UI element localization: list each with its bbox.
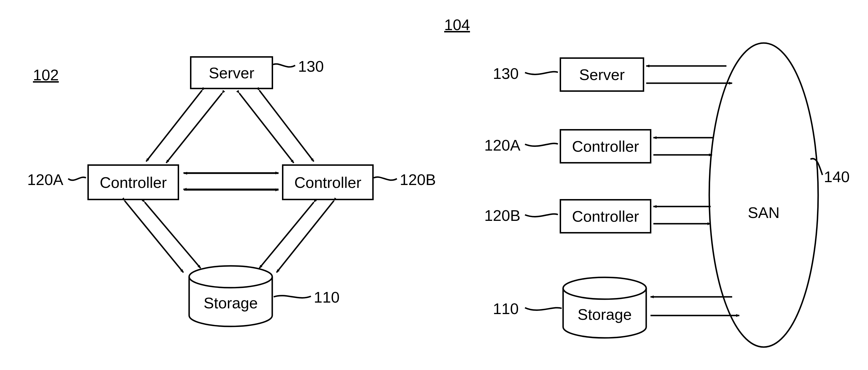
left-controllerA-ref: 120A	[27, 171, 63, 189]
leader-right-server	[525, 72, 558, 75]
leader-right-ctrlA	[525, 143, 558, 146]
right-storage-text: Storage	[578, 306, 631, 323]
svg-point-1	[563, 277, 646, 299]
right-controllerA-ref: 120A	[484, 136, 520, 154]
right-storage-cylinder: Storage	[563, 277, 646, 338]
leader-right-ctrlB	[525, 214, 558, 217]
arrow-server-ctrlB-1	[259, 90, 314, 162]
right-san-ref: 140	[824, 168, 850, 186]
left-server-ref: 130	[298, 57, 324, 75]
svg-point-0	[189, 266, 272, 288]
right-server-ref: 130	[493, 64, 519, 82]
right-controllerB-label: Controller	[572, 207, 639, 225]
right-server-box: Server	[560, 57, 644, 92]
left-server-label: Server	[209, 64, 254, 82]
leader-left-ctrlB	[374, 177, 397, 180]
left-storage-text: Storage	[204, 294, 258, 312]
arrow-ctrlB-storage-1	[259, 202, 314, 268]
right-controllerA-label: Controller	[572, 137, 639, 155]
svg-point-2	[709, 43, 818, 347]
arrow-ctrlA-storage-2	[125, 201, 183, 273]
left-controllerA-box: Controller	[87, 164, 179, 200]
left-controllerB-ref: 120B	[400, 171, 436, 189]
left-controllerB-label: Controller	[294, 173, 361, 191]
right-controllerB-box: Controller	[560, 199, 651, 233]
arrow-ctrlB-storage-2	[277, 201, 334, 273]
san-ellipse: SAN	[709, 43, 818, 347]
left-controllerA-label: Controller	[100, 173, 167, 191]
right-storage-ref: 110	[493, 300, 519, 317]
ref-102: 102	[33, 66, 59, 84]
left-controllerB-box: Controller	[282, 164, 374, 200]
arrow-server-ctrlB-2	[239, 93, 294, 163]
diagram-canvas: 102 104 Server 130 Controller 120A Contr…	[0, 0, 868, 370]
arrow-server-ctrlA-1	[146, 90, 202, 162]
left-storage-cylinder: Storage	[189, 266, 272, 326]
arrow-ctrlA-storage-1	[145, 202, 200, 268]
leader-right-san	[810, 159, 823, 175]
leader-left-storage	[274, 296, 311, 298]
leader-left-server	[273, 64, 295, 67]
left-storage-ref: 110	[314, 288, 340, 306]
arrow-server-ctrlA-2	[166, 93, 222, 163]
right-controllerB-ref: 120B	[484, 206, 520, 224]
ref-104: 104	[444, 16, 470, 33]
san-text: SAN	[748, 204, 779, 221]
leader-left-ctrlA	[68, 177, 86, 180]
leader-right-storage	[525, 308, 562, 310]
right-server-label: Server	[579, 66, 625, 83]
left-server-box: Server	[190, 56, 273, 89]
right-controllerA-box: Controller	[560, 129, 651, 164]
